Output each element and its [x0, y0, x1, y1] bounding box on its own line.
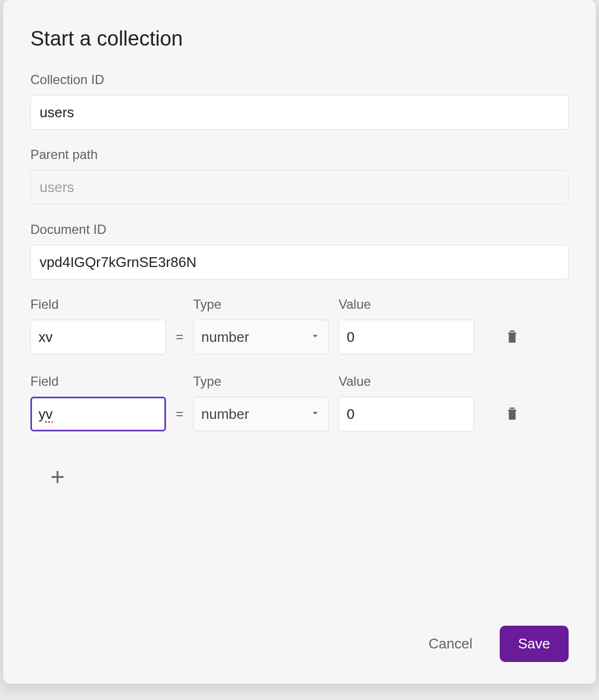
delete-field-button[interactable]: [499, 397, 525, 431]
document-id-group: Document ID: [30, 222, 569, 279]
cancel-button[interactable]: Cancel: [423, 629, 478, 659]
field-type-select[interactable]: number: [193, 397, 329, 431]
field-type-label: Type: [193, 374, 329, 389]
field-name-col: Field: [30, 374, 166, 431]
field-value-col: Value: [339, 374, 474, 431]
field-row: Field = Type number Value: [30, 297, 569, 354]
document-id-label: Document ID: [30, 222, 569, 237]
field-value-col: Value: [339, 297, 474, 354]
field-value-label: Value: [339, 374, 474, 389]
collection-id-input[interactable]: [30, 95, 569, 130]
field-name-label: Field: [30, 297, 166, 312]
field-type-select[interactable]: number: [193, 320, 329, 354]
dialog-footer: Cancel Save: [30, 615, 569, 662]
field-type-col: Type number: [193, 297, 329, 354]
field-type-label: Type: [193, 297, 329, 312]
parent-path-input: [30, 170, 569, 205]
field-type-value: number: [201, 406, 249, 423]
field-name-input[interactable]: [30, 397, 166, 431]
equals-sign: =: [176, 406, 183, 431]
field-type-value: number: [201, 329, 249, 346]
field-name-input[interactable]: [30, 320, 166, 354]
field-row: Field = Type number Value: [30, 374, 569, 431]
trash-icon: [504, 327, 520, 347]
start-collection-dialog: Start a collection Collection ID Parent …: [3, 0, 596, 684]
parent-path-group: Parent path: [30, 147, 569, 205]
collection-id-label: Collection ID: [30, 72, 569, 87]
dialog-title: Start a collection: [30, 27, 569, 50]
field-name-label: Field: [30, 374, 166, 389]
document-id-input[interactable]: [30, 245, 569, 279]
parent-path-label: Parent path: [30, 147, 569, 162]
save-button[interactable]: Save: [500, 626, 569, 662]
field-value-input[interactable]: [339, 397, 474, 431]
field-value-input[interactable]: [339, 320, 474, 354]
equals-sign: =: [176, 329, 183, 354]
delete-field-button[interactable]: [499, 320, 525, 354]
field-name-col: Field: [30, 297, 166, 354]
add-field-button[interactable]: [41, 462, 74, 494]
collection-id-group: Collection ID: [30, 72, 569, 130]
plus-icon: [47, 467, 68, 489]
field-value-label: Value: [339, 297, 474, 312]
field-type-col: Type number: [193, 374, 329, 431]
trash-icon: [504, 404, 520, 424]
